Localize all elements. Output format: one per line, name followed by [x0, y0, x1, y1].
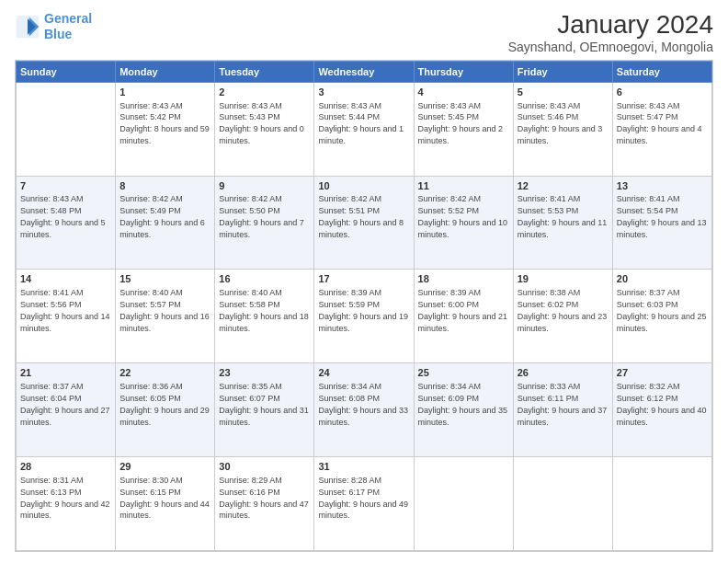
calendar-cell-2-0: 14Sunrise: 8:41 AMSunset: 5:56 PMDayligh… [17, 270, 116, 363]
day-info: Sunrise: 8:43 AMSunset: 5:48 PMDaylight:… [20, 194, 106, 238]
calendar-cell-1-6: 13Sunrise: 8:41 AMSunset: 5:54 PMDayligh… [612, 176, 711, 270]
calendar-cell-2-6: 20Sunrise: 8:37 AMSunset: 6:03 PMDayligh… [612, 270, 711, 363]
calendar-cell-3-6: 27Sunrise: 8:32 AMSunset: 6:12 PMDayligh… [612, 363, 711, 457]
calendar-cell-0-2: 2Sunrise: 8:43 AMSunset: 5:43 PMDaylight… [215, 82, 314, 176]
calendar-cell-1-5: 12Sunrise: 8:41 AMSunset: 5:53 PMDayligh… [513, 176, 612, 270]
logo: General Blue [15, 11, 92, 42]
calendar-cell-0-3: 3Sunrise: 8:43 AMSunset: 5:44 PMDaylight… [314, 82, 414, 176]
day-number: 7 [20, 179, 111, 193]
calendar-week-4: 28Sunrise: 8:31 AMSunset: 6:13 PMDayligh… [17, 457, 712, 551]
calendar-cell-0-5: 5Sunrise: 8:43 AMSunset: 5:46 PMDaylight… [513, 82, 612, 176]
col-sunday: Sunday [17, 61, 116, 82]
day-info: Sunrise: 8:43 AMSunset: 5:43 PMDaylight:… [219, 101, 304, 145]
day-number: 12 [518, 179, 609, 193]
day-number: 10 [318, 179, 409, 193]
day-number: 6 [617, 86, 708, 99]
day-info: Sunrise: 8:39 AMSunset: 5:59 PMDaylight:… [318, 288, 408, 332]
calendar-cell-0-6: 6Sunrise: 8:43 AMSunset: 5:47 PMDaylight… [612, 82, 711, 176]
calendar-week-3: 21Sunrise: 8:37 AMSunset: 6:04 PMDayligh… [17, 363, 712, 457]
calendar-cell-3-4: 25Sunrise: 8:34 AMSunset: 6:09 PMDayligh… [414, 363, 513, 457]
calendar-cell-0-1: 1Sunrise: 8:43 AMSunset: 5:42 PMDaylight… [116, 82, 215, 176]
day-number: 17 [318, 272, 409, 286]
day-info: Sunrise: 8:40 AMSunset: 5:58 PMDaylight:… [219, 288, 309, 332]
day-number: 14 [20, 272, 111, 286]
col-wednesday: Wednesday [314, 61, 414, 82]
day-number: 18 [418, 272, 509, 286]
col-thursday: Thursday [414, 61, 513, 82]
day-info: Sunrise: 8:28 AMSunset: 6:17 PMDaylight:… [318, 476, 408, 520]
day-number: 23 [219, 366, 310, 380]
day-info: Sunrise: 8:30 AMSunset: 6:15 PMDaylight:… [119, 476, 210, 520]
day-info: Sunrise: 8:33 AMSunset: 6:11 PMDaylight:… [518, 382, 608, 426]
calendar-cell-2-2: 16Sunrise: 8:40 AMSunset: 5:58 PMDayligh… [215, 270, 314, 363]
calendar-cell-3-3: 24Sunrise: 8:34 AMSunset: 6:08 PMDayligh… [314, 363, 414, 457]
day-info: Sunrise: 8:43 AMSunset: 5:46 PMDaylight:… [518, 101, 603, 145]
calendar: Sunday Monday Tuesday Wednesday Thursday… [15, 60, 713, 552]
day-number: 4 [418, 86, 509, 99]
calendar-week-0: 1Sunrise: 8:43 AMSunset: 5:42 PMDaylight… [17, 82, 712, 176]
calendar-week-2: 14Sunrise: 8:41 AMSunset: 5:56 PMDayligh… [17, 270, 712, 363]
day-number: 29 [119, 460, 210, 474]
day-number: 9 [219, 179, 310, 193]
day-info: Sunrise: 8:42 AMSunset: 5:49 PMDaylight:… [119, 194, 205, 238]
day-info: Sunrise: 8:37 AMSunset: 6:04 PMDaylight:… [20, 382, 110, 426]
calendar-cell-2-4: 18Sunrise: 8:39 AMSunset: 6:00 PMDayligh… [414, 270, 513, 363]
title-block: January 2024 Saynshand, OEmnoegovi, Mong… [508, 11, 713, 54]
day-info: Sunrise: 8:37 AMSunset: 6:03 PMDaylight:… [617, 288, 707, 332]
subtitle: Saynshand, OEmnoegovi, Mongolia [508, 40, 713, 54]
calendar-cell-4-5 [513, 457, 612, 551]
day-number: 3 [318, 86, 409, 99]
day-number: 28 [20, 460, 111, 474]
calendar-cell-1-2: 9Sunrise: 8:42 AMSunset: 5:50 PMDaylight… [215, 176, 314, 270]
day-info: Sunrise: 8:41 AMSunset: 5:56 PMDaylight:… [20, 288, 110, 332]
day-number: 2 [219, 86, 310, 99]
day-info: Sunrise: 8:32 AMSunset: 6:12 PMDaylight:… [617, 382, 707, 426]
main-title: January 2024 [508, 11, 713, 40]
calendar-cell-1-4: 11Sunrise: 8:42 AMSunset: 5:52 PMDayligh… [414, 176, 513, 270]
calendar-cell-3-1: 22Sunrise: 8:36 AMSunset: 6:05 PMDayligh… [116, 363, 215, 457]
calendar-week-1: 7Sunrise: 8:43 AMSunset: 5:48 PMDaylight… [17, 176, 712, 270]
calendar-table: Sunday Monday Tuesday Wednesday Thursday… [16, 61, 712, 551]
col-friday: Friday [513, 61, 612, 82]
weekday-row: Sunday Monday Tuesday Wednesday Thursday… [17, 61, 712, 82]
day-info: Sunrise: 8:34 AMSunset: 6:08 PMDaylight:… [318, 382, 408, 426]
calendar-body: 1Sunrise: 8:43 AMSunset: 5:42 PMDaylight… [17, 82, 712, 550]
calendar-cell-2-1: 15Sunrise: 8:40 AMSunset: 5:57 PMDayligh… [116, 270, 215, 363]
page: General Blue January 2024 Saynshand, OEm… [0, 0, 728, 563]
calendar-cell-0-0 [17, 82, 116, 176]
calendar-cell-1-1: 8Sunrise: 8:42 AMSunset: 5:49 PMDaylight… [116, 176, 215, 270]
day-number: 27 [617, 366, 708, 380]
calendar-cell-3-5: 26Sunrise: 8:33 AMSunset: 6:11 PMDayligh… [513, 363, 612, 457]
day-info: Sunrise: 8:39 AMSunset: 6:00 PMDaylight:… [418, 288, 508, 332]
calendar-cell-3-2: 23Sunrise: 8:35 AMSunset: 6:07 PMDayligh… [215, 363, 314, 457]
calendar-cell-1-0: 7Sunrise: 8:43 AMSunset: 5:48 PMDaylight… [17, 176, 116, 270]
calendar-cell-3-0: 21Sunrise: 8:37 AMSunset: 6:04 PMDayligh… [17, 363, 116, 457]
calendar-cell-4-3: 31Sunrise: 8:28 AMSunset: 6:17 PMDayligh… [314, 457, 414, 551]
day-info: Sunrise: 8:35 AMSunset: 6:07 PMDaylight:… [219, 382, 309, 426]
calendar-cell-4-1: 29Sunrise: 8:30 AMSunset: 6:15 PMDayligh… [116, 457, 215, 551]
day-info: Sunrise: 8:42 AMSunset: 5:50 PMDaylight:… [219, 194, 304, 238]
calendar-cell-2-3: 17Sunrise: 8:39 AMSunset: 5:59 PMDayligh… [314, 270, 414, 363]
day-number: 22 [119, 366, 210, 380]
calendar-header: Sunday Monday Tuesday Wednesday Thursday… [17, 61, 712, 82]
day-number: 16 [219, 272, 310, 286]
col-tuesday: Tuesday [215, 61, 314, 82]
logo-text: General Blue [44, 11, 92, 42]
day-info: Sunrise: 8:38 AMSunset: 6:02 PMDaylight:… [518, 288, 608, 332]
header: General Blue January 2024 Saynshand, OEm… [15, 11, 713, 54]
day-info: Sunrise: 8:42 AMSunset: 5:51 PMDaylight:… [318, 194, 404, 238]
logo-icon [15, 14, 40, 40]
day-info: Sunrise: 8:43 AMSunset: 5:42 PMDaylight:… [119, 101, 210, 145]
col-monday: Monday [116, 61, 215, 82]
calendar-cell-4-6 [612, 457, 711, 551]
day-info: Sunrise: 8:42 AMSunset: 5:52 PMDaylight:… [418, 194, 508, 238]
day-number: 25 [418, 366, 509, 380]
day-info: Sunrise: 8:41 AMSunset: 5:54 PMDaylight:… [617, 194, 707, 238]
calendar-cell-0-4: 4Sunrise: 8:43 AMSunset: 5:45 PMDaylight… [414, 82, 513, 176]
logo-line2: Blue [44, 27, 72, 41]
day-number: 20 [617, 272, 708, 286]
day-number: 19 [518, 272, 609, 286]
day-info: Sunrise: 8:31 AMSunset: 6:13 PMDaylight:… [20, 476, 110, 520]
calendar-cell-1-3: 10Sunrise: 8:42 AMSunset: 5:51 PMDayligh… [314, 176, 414, 270]
calendar-cell-4-4 [414, 457, 513, 551]
